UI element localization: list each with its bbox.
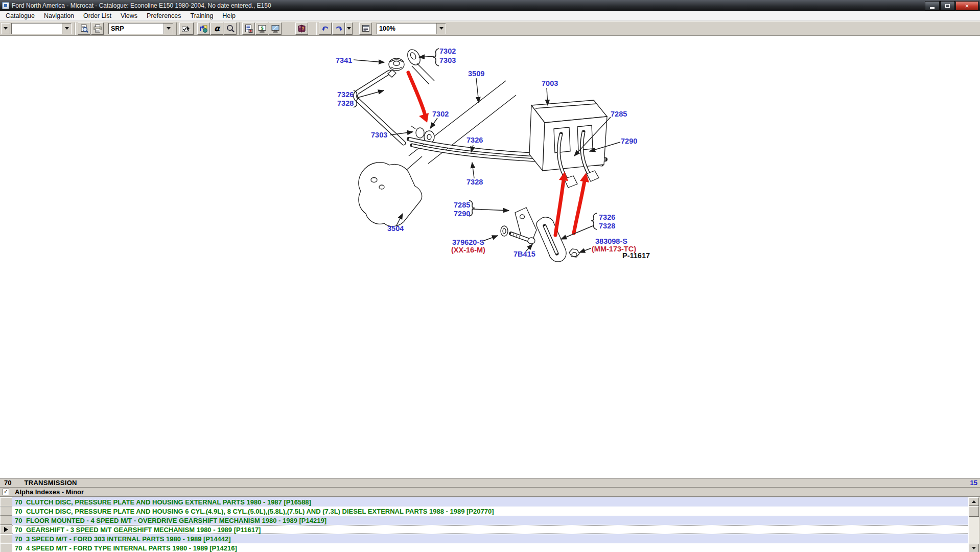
menu-preferences[interactable]: Preferences	[142, 12, 185, 20]
row-gutter[interactable]	[0, 516, 12, 525]
redo-button[interactable]	[332, 22, 345, 35]
notes-button[interactable]	[359, 22, 372, 35]
screen-display-icon	[271, 24, 280, 33]
menu-order-list[interactable]: Order List	[79, 12, 116, 20]
redo-dropdown-button[interactable]	[345, 22, 353, 35]
maximize-button[interactable]	[940, 1, 955, 11]
row-description[interactable]: FLOOR MOUNTED - 4 SPEED M/T - OVERDRIVE …	[26, 517, 326, 524]
part-label-7285-left[interactable]: 7285	[454, 201, 470, 209]
part-label-7326-mid[interactable]: 7326	[466, 136, 483, 144]
row-gutter[interactable]	[0, 497, 12, 507]
toolbar-separator	[176, 22, 177, 35]
row-gutter[interactable]	[0, 543, 12, 552]
alpha-icon: α	[214, 25, 220, 33]
notes-icon	[361, 24, 370, 33]
part-label-7326-lower[interactable]: 7326	[599, 213, 615, 221]
chevron-down-icon	[347, 27, 351, 30]
row-description[interactable]: GEARSHIFT - 3 SPEED M/T GEARSHIFT MECHAN…	[26, 526, 261, 534]
menu-views[interactable]: Views	[116, 12, 142, 20]
training-book-icon: ?	[297, 24, 307, 33]
index-row-selected[interactable]: 70GEARSHIFT - 3 SPEED M/T GEARSHIFT MECH…	[0, 525, 969, 534]
window-title: Ford North America - Microcat - Catalogu…	[12, 2, 271, 9]
part-label-383098-s[interactable]: 383098-S	[595, 237, 627, 245]
list-scrollbar[interactable]	[968, 497, 979, 552]
scroll-up-button[interactable]	[969, 497, 979, 506]
print-preview-button[interactable]	[78, 22, 90, 35]
combo-arrow-button[interactable]	[62, 24, 71, 34]
print-button[interactable]	[91, 22, 104, 35]
search-icon	[226, 24, 235, 33]
menu-catalogue[interactable]: Catalogue	[1, 12, 39, 20]
part-label-7328-upper[interactable]: 7328	[337, 99, 354, 107]
nut-383098	[569, 249, 579, 257]
part-label-3509[interactable]: 3509	[468, 70, 484, 78]
price-screen-button[interactable]: $	[255, 22, 268, 35]
app-icon	[2, 2, 9, 9]
parts-list-icon	[244, 24, 253, 33]
row-gutter[interactable]	[0, 534, 12, 543]
graphical-index-button[interactable]	[197, 22, 210, 35]
figure-number: P-11617	[622, 251, 650, 260]
training-book-button[interactable]: ?	[295, 22, 308, 35]
row-description[interactable]: 3 SPEED M/T - FORD 303 INTERNAL PARTS 19…	[26, 535, 231, 543]
part-label-7328-mid[interactable]: 7328	[466, 178, 483, 186]
part-label-7285-right[interactable]: 7285	[611, 110, 627, 118]
chevron-down-icon	[65, 27, 69, 30]
combo-arrow-button[interactable]	[436, 24, 446, 34]
zoom-combo[interactable]: 100%	[377, 23, 446, 34]
alpha-index-button[interactable]: α	[211, 22, 223, 35]
part-label-7302-top[interactable]: 7302	[439, 47, 456, 55]
scrollbar-thumb[interactable]	[969, 506, 979, 517]
part-label-7003[interactable]: 7003	[542, 79, 558, 87]
part-label-7290-left[interactable]: 7290	[454, 210, 470, 218]
part-label-7328-lower[interactable]: 7328	[599, 222, 615, 230]
index-row[interactable]: 703 SPEED M/T - FORD 303 INTERNAL PARTS …	[0, 534, 969, 543]
undo-icon	[321, 24, 330, 33]
transmission-case	[359, 156, 422, 226]
part-label-7b415[interactable]: 7B415	[514, 250, 535, 258]
part-label-3504[interactable]: 3504	[387, 224, 404, 233]
price-level-combo[interactable]: SRP	[108, 23, 173, 34]
part-label-7303-top[interactable]: 7303	[439, 56, 456, 64]
row-pointer-icon	[4, 527, 8, 532]
title-bar: Ford North America - Microcat - Catalogu…	[0, 0, 980, 11]
navigation-combo[interactable]	[11, 23, 72, 34]
minimize-button[interactable]	[925, 1, 940, 11]
screen-display-button[interactable]	[269, 22, 282, 35]
part-label-7290-right[interactable]: 7290	[621, 137, 637, 145]
shift-knob	[389, 58, 404, 71]
index-row[interactable]: 70CLUTCH DISC, PRESSURE PLATE AND HOUSIN…	[0, 497, 969, 507]
row-gutter[interactable]	[0, 507, 12, 516]
control-housing	[529, 100, 607, 171]
index-row[interactable]: 70FLOOR MOUNTED - 4 SPEED M/T - OVERDRIV…	[0, 516, 969, 525]
index-row[interactable]: 70CLUTCH DISC, PRESSURE PLATE AND HOUSIN…	[0, 507, 969, 516]
history-dropdown-button[interactable]	[1, 23, 10, 34]
scroll-down-button[interactable]	[969, 544, 979, 552]
close-button[interactable]: ×	[955, 1, 978, 11]
row-section-code: 70	[12, 508, 26, 515]
section-count: 15	[970, 479, 977, 487]
combo-arrow-button[interactable]	[164, 24, 173, 34]
undo-button[interactable]	[319, 22, 332, 35]
slotted-lever	[536, 217, 566, 262]
row-gutter[interactable]	[0, 525, 12, 534]
parts-list-button[interactable]	[242, 22, 255, 35]
index-row[interactable]: 704 SPEED M/T - FORD TYPE INTERNAL PARTS…	[0, 543, 969, 552]
menu-navigation[interactable]: Navigation	[39, 12, 79, 20]
toolbar: SRP α	[0, 21, 980, 36]
row-description[interactable]: CLUTCH DISC, PRESSURE PLATE AND HOUSING …	[26, 508, 494, 515]
part-label-379620-s[interactable]: 379620-S	[452, 238, 484, 246]
select-parts-button[interactable]	[179, 22, 194, 35]
row-description[interactable]: CLUTCH DISC, PRESSURE PLATE AND HOUSING …	[26, 498, 311, 506]
menu-training[interactable]: Training	[186, 12, 218, 20]
part-label-7302-mid[interactable]: 7302	[432, 110, 449, 118]
search-button[interactable]	[224, 22, 237, 35]
part-label-7341[interactable]: 7341	[336, 56, 352, 64]
menu-help[interactable]: Help	[218, 12, 240, 20]
toolbar-separator	[316, 22, 317, 35]
part-label-7303-mid[interactable]: 7303	[371, 131, 387, 139]
checkbox-checked-icon[interactable]: ✓	[3, 489, 9, 495]
row-description[interactable]: 4 SPEED M/T - FORD TYPE INTERNAL PARTS 1…	[26, 544, 237, 552]
window-controls: ×	[924, 1, 980, 11]
part-label-7326-upper[interactable]: 7326	[337, 90, 354, 99]
